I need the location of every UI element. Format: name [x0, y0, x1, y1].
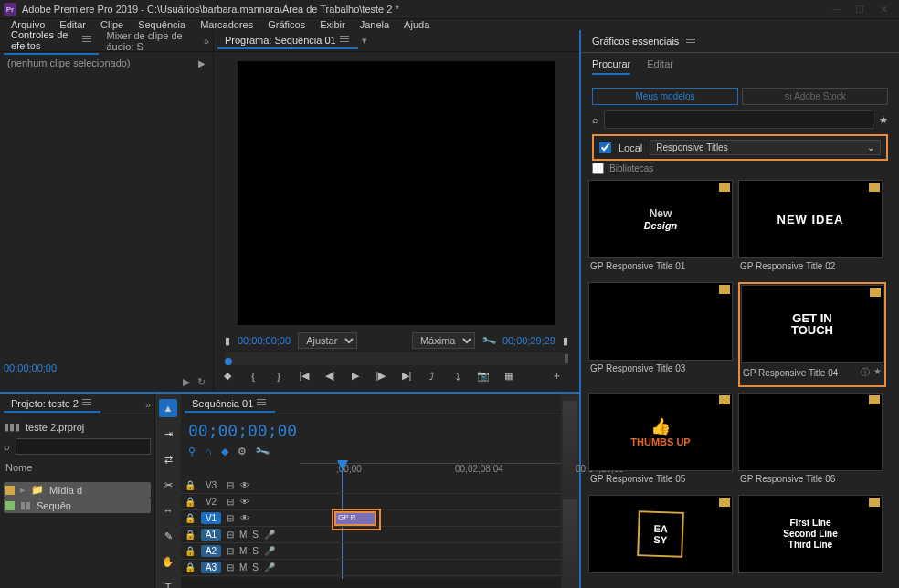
lock-icon[interactable]: 🔒: [185, 480, 196, 490]
project-item-sequencia[interactable]: ▮▮ Sequên: [4, 498, 151, 513]
track-select-tool[interactable]: ⇥: [159, 425, 177, 443]
lock-icon[interactable]: 🔒: [185, 562, 196, 572]
tab-program[interactable]: Programa: Sequência 01: [217, 33, 358, 49]
go-to-out-button[interactable]: ▶|: [398, 370, 415, 382]
track-v3[interactable]: 🔒V3⊟👁: [181, 478, 300, 494]
track-a2[interactable]: 🔒A2⊟MS🎤: [181, 543, 300, 560]
track-a3[interactable]: 🔒A3⊟MS🎤: [181, 560, 300, 576]
safe-margins-button[interactable]: ▦: [501, 370, 517, 382]
fx-timecode[interactable]: 00;00;00;00: [4, 362, 57, 373]
solo-icon[interactable]: S: [252, 530, 259, 540]
program-view[interactable]: [238, 61, 555, 325]
menu-ajuda[interactable]: Ajuda: [397, 19, 437, 30]
tab-effect-controls[interactable]: Controles de efeitos: [4, 27, 99, 55]
timeline-ruler[interactable]: ;00;00 00;02;08;04 00;04;16;08: [300, 463, 561, 478]
track-a1[interactable]: 🔒A1⊟MS🎤: [181, 527, 300, 543]
lock-icon[interactable]: 🔒: [185, 546, 196, 556]
eg-template-item-3[interactable]: GP Responsive Title 03: [588, 282, 733, 387]
audio-meters-panel[interactable]: [561, 394, 579, 588]
eg-subtab-my-templates[interactable]: Meus modelos: [592, 88, 738, 105]
marker-add-icon[interactable]: ◆: [221, 446, 228, 457]
track-v1[interactable]: 🔒V1⊟👁: [181, 510, 300, 527]
eye-icon[interactable]: 👁: [239, 480, 250, 490]
project-search-input[interactable]: [16, 438, 151, 455]
timeline-timecode[interactable]: 00;00;00;00: [188, 421, 297, 440]
info-icon[interactable]: ⓘ: [861, 366, 870, 379]
pen-tool[interactable]: ✎: [159, 527, 177, 545]
local-checkbox[interactable]: [599, 142, 611, 153]
razor-tool[interactable]: ✂: [159, 476, 177, 494]
fx-icon[interactable]: ⊟: [227, 530, 234, 540]
libraries-checkbox[interactable]: [592, 163, 604, 174]
favorite-filter-icon[interactable]: ★: [879, 114, 888, 126]
fx-icon[interactable]: ⊟: [227, 513, 234, 523]
export-frame-button[interactable]: 📷: [475, 370, 492, 382]
eg-template-item-7[interactable]: EASY: [588, 495, 733, 573]
mute-icon[interactable]: M: [239, 530, 247, 540]
voice-icon[interactable]: 🎤: [264, 562, 275, 572]
tab-project[interactable]: Projeto: teste 2: [4, 396, 100, 413]
project-expand-icon[interactable]: »: [145, 399, 151, 410]
menu-exibir[interactable]: Exibir: [312, 19, 353, 30]
fx-icon[interactable]: ⊟: [227, 546, 234, 556]
extract-button[interactable]: ⤵: [450, 371, 466, 382]
program-ruler[interactable]: [225, 352, 568, 365]
menu-graficos[interactable]: Gráficos: [260, 19, 312, 30]
ripple-edit-tool[interactable]: ⇄: [159, 450, 177, 468]
fx-noclip-chevron-icon[interactable]: ▶: [198, 58, 206, 68]
eg-template-item-5[interactable]: 👍THUMBS UP GP Responsive Title 05: [588, 393, 733, 489]
eg-template-item-2[interactable]: NEW IDEA GP Responsive Title 02: [738, 180, 883, 277]
solo-icon[interactable]: S: [252, 562, 259, 572]
tab-audio-mixer[interactable]: Mixer de clipe de áudio: S: [99, 28, 203, 54]
menu-janela[interactable]: Janela: [353, 19, 397, 30]
eg-search-input[interactable]: [604, 110, 873, 129]
program-tc-right[interactable]: 00;00;29;29: [502, 335, 555, 346]
lock-icon[interactable]: 🔒: [185, 530, 196, 540]
eg-template-item-6[interactable]: GP Responsive Title 06: [738, 393, 883, 489]
timeline-clip[interactable]: GP R: [334, 511, 376, 526]
panel-menu-icon[interactable]: [686, 37, 697, 46]
eg-subtab-adobe-stock[interactable]: St Adobe Stock: [742, 88, 888, 105]
type-tool[interactable]: T: [159, 578, 177, 588]
lift-button[interactable]: ⤴: [424, 371, 440, 382]
mark-out-button[interactable]: }: [270, 371, 287, 382]
fx-icon[interactable]: ⊟: [227, 480, 234, 490]
eg-template-item-4[interactable]: GET INTOUCH GP Responsive Title 04 ⓘ★: [738, 282, 886, 387]
eg-template-item-1[interactable]: NewDesign GP Responsive Title 01: [588, 180, 733, 277]
local-folder-select[interactable]: Responsive Titles ⌄: [650, 140, 881, 155]
program-tc-left[interactable]: 00;00;00;00: [238, 335, 291, 346]
track-v2[interactable]: 🔒V2⊟👁: [181, 494, 300, 510]
program-right-marker-icon[interactable]: ▮: [563, 335, 568, 347]
project-header-nome[interactable]: Nome: [4, 458, 151, 477]
program-marker-icon[interactable]: ▮: [225, 335, 230, 347]
selection-tool[interactable]: ▲: [159, 399, 177, 417]
go-to-in-button[interactable]: |◀: [296, 370, 312, 382]
step-forward-button[interactable]: |▶: [373, 370, 389, 382]
panel-menu-icon[interactable]: [82, 36, 91, 45]
window-minimize-button[interactable]: ─: [824, 0, 848, 18]
eg-tab-browse[interactable]: Procurar: [592, 58, 630, 75]
wrench-icon[interactable]: 🔧: [481, 332, 498, 349]
panel-menu-icon[interactable]: [340, 36, 351, 45]
timeline-scrollbar[interactable]: [181, 578, 561, 588]
window-close-button[interactable]: ✕: [872, 0, 895, 18]
hand-tool[interactable]: ✋: [159, 552, 177, 571]
voice-icon[interactable]: 🎤: [264, 530, 275, 540]
track-lanes[interactable]: GP R: [300, 478, 561, 576]
add-marker-button[interactable]: ◆: [219, 370, 236, 382]
tab-sequence[interactable]: Sequência 01: [185, 396, 275, 413]
snap-icon[interactable]: ⚲: [188, 446, 196, 457]
project-item-midia[interactable]: ▸ 📁 Mídia d: [4, 482, 151, 498]
slip-tool[interactable]: ↔: [159, 501, 177, 520]
chevron-icon[interactable]: ▸: [20, 484, 26, 496]
program-playhead[interactable]: [225, 358, 232, 365]
program-quality-select[interactable]: Máxima: [412, 332, 475, 349]
star-icon[interactable]: ★: [873, 366, 882, 379]
program-dropdown-icon[interactable]: ▾: [362, 35, 367, 47]
fx-bottom-icon-1[interactable]: ▶: [183, 376, 190, 388]
mark-in-button[interactable]: {: [245, 371, 261, 382]
voice-icon[interactable]: 🎤: [264, 546, 275, 556]
mute-icon[interactable]: M: [239, 546, 247, 556]
window-maximize-button[interactable]: ☐: [848, 0, 872, 18]
fx-icon[interactable]: ⊟: [227, 562, 234, 572]
